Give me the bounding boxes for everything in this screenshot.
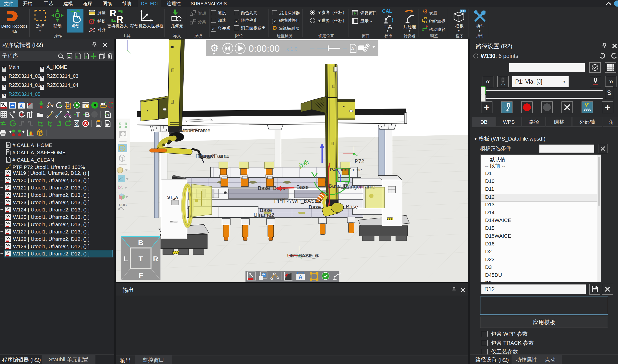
svg-text:B: B xyxy=(85,111,90,118)
svg-text:W127 [ Utool1, Uframe2, D13,: W127 [ Utool1, Uframe2, D13, () ] xyxy=(13,229,90,234)
svg-text:L: L xyxy=(124,255,128,263)
svg-text:WPaB490_B: WPaB490_B xyxy=(289,253,319,259)
svg-text:x 1.0: x 1.0 xyxy=(286,46,298,52)
svg-text:R: R xyxy=(110,9,116,18)
svg-text:W124 [ Utool1, Uframe2, D13,: W124 [ Utool1, Uframe2, D13, () ] xyxy=(13,207,90,212)
svg-text:W119 [ Utool1, Uframe2, D12,: W119 [ Utool1, Uframe2, D12, () ] xyxy=(13,170,89,176)
svg-text:W123 [ Utool1, Uframe2, D13,: W123 [ Utool1, Uframe2, D13, () ] xyxy=(13,199,90,205)
svg-text:B: B xyxy=(138,239,143,247)
svg-text:# CALL A_CLEAN: # CALL A_CLEAN xyxy=(13,157,54,163)
svg-text:W129 [ Utool1, Uframe2, D12,: W129 [ Utool1, Uframe2, D12, () ] xyxy=(13,244,90,249)
svg-text:A: A xyxy=(298,274,302,280)
svg-text:0:00:00: 0:00:00 xyxy=(249,43,280,54)
svg-text:W122 [ Utool1, Uframe2, D13,: W122 [ Utool1, Uframe2, D13, () ] xyxy=(13,192,90,198)
svg-text:W130 [ Utool1, Uframe2, D12,: W130 [ Utool1, Uframe2, D12, () ] xyxy=(13,251,90,256)
svg-text:Base: Base xyxy=(309,204,321,210)
svg-text:R: R xyxy=(153,255,158,263)
svg-text:W125 [ Utool1, Uframe2, D13,: W125 [ Utool1, Uframe2, D13, () ] xyxy=(13,214,90,220)
svg-text:FlangeFrame: FlangeFrame xyxy=(195,153,228,159)
svg-text:A: A xyxy=(351,46,354,51)
svg-text:F: F xyxy=(139,271,143,279)
svg-text:Uframe2: Uframe2 xyxy=(254,212,274,218)
svg-text:MangeFrame: MangeFrame xyxy=(343,183,375,190)
svg-text:ST␣A: ST␣A xyxy=(167,195,178,200)
svg-text:Base: Base xyxy=(346,204,358,210)
svg-text:RootFrame: RootFrame xyxy=(179,127,205,133)
svg-text:A: A xyxy=(20,104,23,109)
svg-text:W126 [ Utool1, Uframe2, D13,: W126 [ Utool1, Uframe2, D13, () ] xyxy=(13,221,90,227)
svg-text:⚙: ⚙ xyxy=(210,42,219,53)
svg-text:SUB: SUB xyxy=(119,203,127,207)
svg-text:W128 [ Utool1, Uframe2, D12,: W128 [ Utool1, Uframe2, D12, () ] xyxy=(13,236,90,242)
svg-text:R: R xyxy=(116,14,123,24)
svg-text:PP件程WP_BASE2: PP件程WP_BASE2 xyxy=(274,198,321,204)
svg-text:P4mountFrame: P4mountFrame xyxy=(330,167,362,172)
svg-text:T: T xyxy=(76,111,80,118)
svg-text:S: S xyxy=(84,121,87,126)
svg-text:# CALL A_SAFEHOME: # CALL A_SAFEHOME xyxy=(13,150,66,156)
svg-text:W121 [ Utool1, Uframe2, D13,: W121 [ Utool1, Uframe2, D13, () ] xyxy=(13,185,90,190)
svg-text:Base: Base xyxy=(296,184,309,190)
svg-text:P72: P72 xyxy=(355,158,364,164)
svg-text:T: T xyxy=(138,255,143,263)
svg-text:W120 [ Utool1, Uframe2, D13,: W120 [ Utool1, Uframe2, D13, () ] xyxy=(13,178,90,183)
svg-text:# CALL A_HOME: # CALL A_HOME xyxy=(13,142,52,148)
svg-text:S: S xyxy=(107,113,109,117)
